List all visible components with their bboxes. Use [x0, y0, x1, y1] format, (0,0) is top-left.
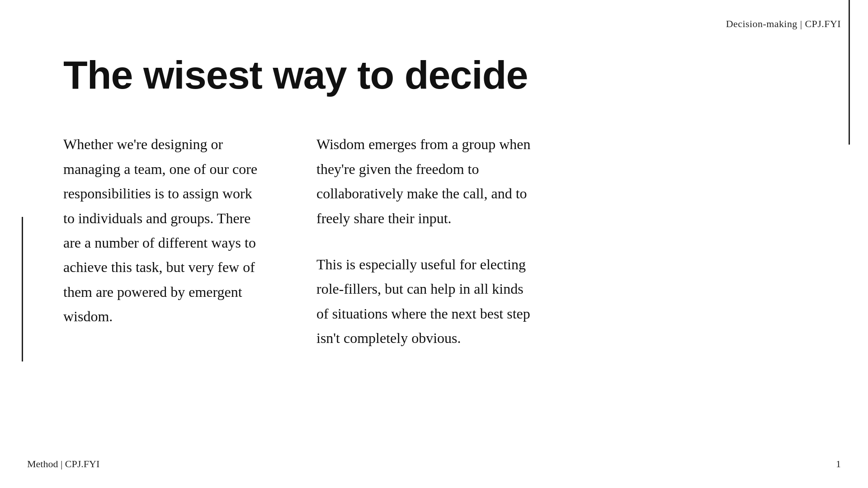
right-paragraphs: Wisdom emerges from a group when they're… [316, 132, 533, 350]
left-divider [22, 217, 23, 361]
left-paragraph: Whether we're designing or managing a te… [63, 132, 262, 328]
columns: Whether we're designing or managing a te… [63, 132, 778, 350]
right-paragraph-1: Wisdom emerges from a group when they're… [316, 132, 533, 230]
page-number: 1 [836, 458, 841, 470]
right-column: Wisdom emerges from a group when they're… [316, 132, 533, 350]
main-content: The wisest way to decide Whether we're d… [63, 54, 778, 351]
header-label: Decision-making | CPJ.FYI [726, 18, 841, 30]
footer-left-label: Method | CPJ.FYI [27, 458, 99, 470]
left-column: Whether we're designing or managing a te… [63, 132, 262, 350]
page-title: The wisest way to decide [63, 54, 778, 96]
right-paragraph-2: This is especially useful for electing r… [316, 252, 533, 351]
top-right-divider [849, 0, 850, 145]
